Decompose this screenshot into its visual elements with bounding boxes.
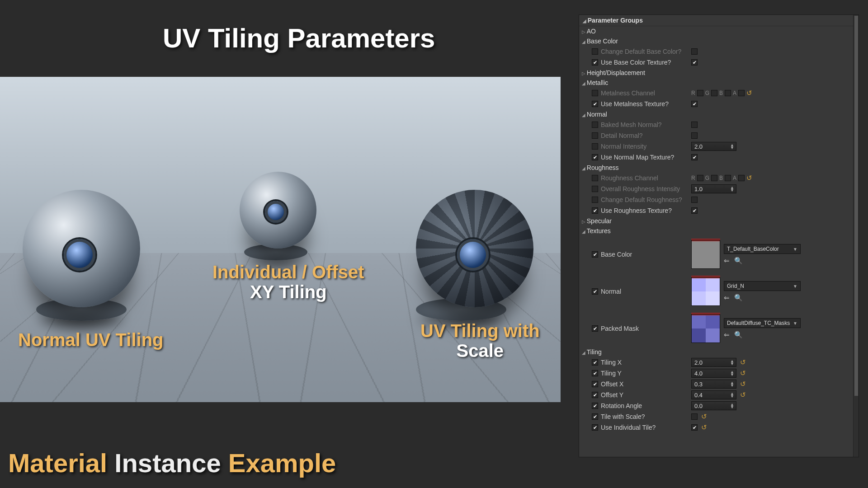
rgba-selector[interactable]: R G B A ↺ xyxy=(691,89,752,97)
param-offset-y: Offset Y 0.4▲▼↺ xyxy=(579,389,859,400)
panel-header[interactable]: Parameter Groups xyxy=(579,15,859,26)
group-textures[interactable]: Textures xyxy=(579,226,859,236)
group-ao[interactable]: AO xyxy=(579,26,859,36)
spinbox[interactable]: 0.4▲▼ xyxy=(691,390,736,399)
override-checkbox[interactable] xyxy=(592,413,598,420)
param-label: Normal xyxy=(601,288,621,295)
use-selected-icon[interactable]: ⇐ xyxy=(724,294,730,302)
viewport-label-left: Normal UV Tiling xyxy=(18,330,164,350)
scrollbar[interactable] xyxy=(853,15,859,457)
rgba-selector[interactable]: R G B A ↺ xyxy=(691,174,752,182)
value-checkbox[interactable] xyxy=(691,59,698,66)
override-checkbox[interactable] xyxy=(592,143,598,150)
param-label: Base Color xyxy=(601,251,632,258)
param-label: Use Normal Map Texture? xyxy=(601,154,674,161)
texture-dropdown[interactable]: T_Default_BaseColor▼ xyxy=(724,244,801,254)
use-selected-icon[interactable]: ⇐ xyxy=(724,331,730,339)
texture-thumbnail[interactable] xyxy=(691,240,720,269)
param-label: Use Base Color Texture? xyxy=(601,59,671,66)
page-title: UV Tiling Parameters xyxy=(163,23,435,54)
reset-icon[interactable]: ↺ xyxy=(746,89,752,97)
use-selected-icon[interactable]: ⇐ xyxy=(724,257,730,265)
group-specular[interactable]: Specular xyxy=(579,216,859,226)
param-use-roughness-tex: Use Roughness Texture? xyxy=(579,205,859,216)
override-checkbox[interactable] xyxy=(592,325,598,332)
override-checkbox[interactable] xyxy=(592,186,598,192)
override-checkbox[interactable] xyxy=(592,370,598,376)
value-checkbox[interactable] xyxy=(691,122,698,128)
group-height[interactable]: Height/Displacement xyxy=(579,68,859,78)
texture-thumbnail[interactable] xyxy=(691,314,720,343)
param-use-metalness-tex: Use Metalness Texture? xyxy=(579,99,859,109)
value-checkbox[interactable] xyxy=(691,132,698,139)
param-rotation-angle: Rotation Angle 0.0▲▼ xyxy=(579,400,859,411)
override-checkbox[interactable] xyxy=(592,48,598,55)
param-label: Offset X xyxy=(601,380,623,388)
texture-thumbnail[interactable] xyxy=(691,277,720,306)
param-metalness-channel: Metalness Channel R G B A ↺ xyxy=(579,88,859,99)
param-label: Baked Mesh Normal? xyxy=(601,121,662,128)
override-checkbox[interactable] xyxy=(592,122,598,128)
spinbox[interactable]: 4.0▲▼ xyxy=(691,369,736,378)
spinbox[interactable]: 0.0▲▼ xyxy=(691,401,736,410)
param-label: Tiling Y xyxy=(601,370,622,377)
reset-icon[interactable]: ↺ xyxy=(746,174,752,182)
override-checkbox[interactable] xyxy=(592,90,598,96)
param-label: Detail Normal? xyxy=(601,132,643,139)
reset-icon[interactable]: ↺ xyxy=(740,369,746,377)
value-checkbox[interactable] xyxy=(691,197,698,203)
texture-dropdown[interactable]: DefaultDiffuse_TC_Masks▼ xyxy=(724,318,801,328)
param-label: Roughness Channel xyxy=(601,174,658,182)
reset-icon[interactable]: ↺ xyxy=(701,423,707,432)
override-checkbox[interactable] xyxy=(592,175,598,181)
browse-icon[interactable]: 🔍 xyxy=(734,331,743,339)
param-tiling-y: Tiling Y 4.0▲▼↺ xyxy=(579,368,859,379)
group-roughness[interactable]: Roughness xyxy=(579,163,859,173)
override-checkbox[interactable] xyxy=(592,207,598,214)
override-checkbox[interactable] xyxy=(592,101,598,107)
value-checkbox[interactable] xyxy=(691,207,698,214)
reset-icon[interactable]: ↺ xyxy=(701,413,707,421)
override-checkbox[interactable] xyxy=(592,424,598,431)
reset-icon[interactable]: ↺ xyxy=(740,380,746,388)
spinbox[interactable]: 0.3▲▼ xyxy=(691,380,736,389)
viewport-label-right: UV Tiling with Scale xyxy=(420,321,540,361)
value-checkbox[interactable] xyxy=(691,154,698,160)
scrollbar-thumb[interactable] xyxy=(854,16,858,396)
group-normal[interactable]: Normal xyxy=(579,109,859,119)
spinbox[interactable]: 2.0▲▼ xyxy=(691,358,736,367)
override-checkbox[interactable] xyxy=(592,359,598,366)
param-label: Change Default Base Color? xyxy=(601,48,681,55)
footer-title: Material Instance Example xyxy=(8,448,336,478)
override-checkbox[interactable] xyxy=(592,197,598,203)
value-checkbox[interactable] xyxy=(691,424,698,431)
param-roughness-channel: Roughness Channel R G B A ↺ xyxy=(579,173,859,183)
reset-icon[interactable]: ↺ xyxy=(740,391,746,399)
override-checkbox[interactable] xyxy=(592,403,598,409)
value-checkbox[interactable] xyxy=(691,48,698,55)
override-checkbox[interactable] xyxy=(592,154,598,160)
spinbox[interactable]: 1.0▲▼ xyxy=(691,184,736,193)
viewport-label-mid: Individual / Offset XY Tiling xyxy=(212,262,364,302)
override-checkbox[interactable] xyxy=(592,132,598,139)
group-basecolor[interactable]: Base Color xyxy=(579,36,859,46)
param-tiling-x: Tiling X 2.0▲▼↺ xyxy=(579,357,859,368)
browse-icon[interactable]: 🔍 xyxy=(734,257,743,265)
param-offset-x: Offset X 0.3▲▼↺ xyxy=(579,379,859,389)
override-checkbox[interactable] xyxy=(592,392,598,398)
value-checkbox[interactable] xyxy=(691,413,698,420)
param-label: Use Individual Tile? xyxy=(601,424,656,431)
texture-dropdown[interactable]: Grid_N▼ xyxy=(724,281,801,291)
override-checkbox[interactable] xyxy=(592,288,598,295)
override-checkbox[interactable] xyxy=(592,59,598,66)
browse-icon[interactable]: 🔍 xyxy=(734,294,743,302)
group-tiling[interactable]: Tiling xyxy=(579,347,859,357)
override-checkbox[interactable] xyxy=(592,251,598,258)
param-overall-roughness-intensity: Overall Roughness Intensity 1.0▲▼ xyxy=(579,183,859,194)
reset-icon[interactable]: ↺ xyxy=(740,358,746,366)
override-checkbox[interactable] xyxy=(592,381,598,387)
spinbox[interactable]: 2.0▲▼ xyxy=(691,142,736,151)
viewport-3d[interactable]: Normal UV Tiling Individual / Offset XY … xyxy=(0,77,561,402)
value-checkbox[interactable] xyxy=(691,101,698,107)
group-metallic[interactable]: Metallic xyxy=(579,78,859,88)
